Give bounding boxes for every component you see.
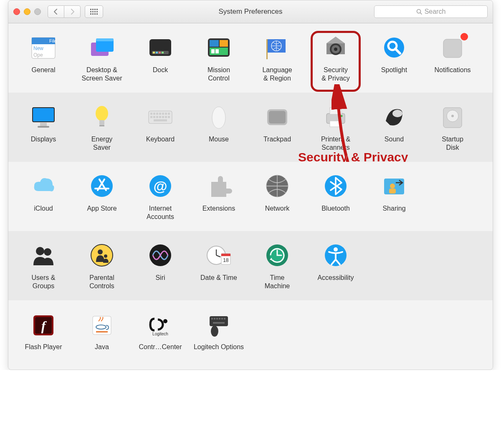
icloud-icon bbox=[30, 174, 57, 200]
svg-rect-9 bbox=[92, 13, 94, 15]
pref-bluetooth[interactable]: Bluetooth bbox=[306, 174, 365, 221]
mission-control-icon bbox=[205, 35, 232, 62]
pref-mouse[interactable]: Mouse bbox=[190, 104, 248, 152]
dock-icon bbox=[147, 35, 174, 62]
pref-label: Mouse bbox=[209, 135, 229, 152]
grid-icon bbox=[90, 9, 98, 15]
svg-rect-3 bbox=[96, 9, 98, 10]
pref-keyboard[interactable]: Keyboard bbox=[131, 104, 190, 152]
logitech-options-icon bbox=[205, 312, 232, 339]
pref-sharing[interactable]: Sharing bbox=[365, 174, 423, 221]
energy-saver-icon bbox=[89, 104, 115, 131]
pref-printers-scanners[interactable]: Printers & Scanners bbox=[306, 104, 365, 152]
pref-spotlight[interactable]: Spotlight bbox=[365, 35, 423, 83]
back-button[interactable] bbox=[48, 5, 64, 18]
pref-parental-controls[interactable]: Parental Controls bbox=[73, 243, 131, 290]
spotlight-icon bbox=[381, 35, 407, 62]
close-window-button[interactable] bbox=[13, 8, 20, 15]
general-icon bbox=[30, 35, 57, 62]
pref-label: Energy Saver bbox=[91, 135, 113, 152]
system-preferences-window: System Preferences Search GeneralDesktop… bbox=[8, 0, 493, 370]
svg-rect-10 bbox=[94, 13, 96, 15]
pref-accessibility[interactable]: Accessibility bbox=[306, 243, 365, 290]
pref-logitech-options[interactable]: Logitech Options bbox=[190, 312, 248, 360]
pref-time-machine[interactable]: Time Machine bbox=[248, 243, 306, 290]
pref-mission-control[interactable]: Mission Control bbox=[190, 35, 248, 83]
svg-rect-1 bbox=[92, 9, 94, 10]
pref-java[interactable]: Java bbox=[73, 312, 131, 360]
pref-label: Startup Disk bbox=[442, 135, 463, 152]
minimize-window-button[interactable] bbox=[24, 8, 30, 15]
pref-row: GeneralDesktop & Screen SaverDockMission… bbox=[8, 23, 493, 93]
chevron-left-icon bbox=[53, 9, 58, 15]
forward-button[interactable] bbox=[64, 5, 81, 18]
pref-row: iCloudApp StoreInternet AccountsExtensio… bbox=[8, 162, 493, 231]
pref-desktop[interactable]: Desktop & Screen Saver bbox=[73, 35, 131, 83]
pref-label: Accessibility bbox=[317, 274, 354, 290]
pref-label: Siri bbox=[155, 274, 165, 290]
pref-label: Flash Player bbox=[25, 343, 62, 360]
pref-energy-saver[interactable]: Energy Saver bbox=[73, 104, 131, 152]
pref-extensions[interactable]: Extensions bbox=[190, 174, 248, 221]
app-store-icon bbox=[89, 174, 115, 200]
pref-label: Extensions bbox=[202, 204, 235, 221]
pref-row: Flash PlayerJavaContr…CenterLogitech Opt… bbox=[8, 300, 493, 370]
network-icon bbox=[264, 174, 291, 200]
pref-flash-player[interactable]: Flash Player bbox=[14, 312, 73, 360]
svg-rect-8 bbox=[90, 13, 91, 15]
pref-displays[interactable]: Displays bbox=[14, 104, 73, 152]
pref-label: Keyboard bbox=[146, 135, 175, 152]
time-machine-icon bbox=[264, 243, 291, 269]
parental-controls-icon bbox=[89, 243, 115, 269]
startup-disk-icon bbox=[439, 104, 466, 131]
svg-rect-11 bbox=[96, 13, 98, 15]
pref-dock[interactable]: Dock bbox=[131, 35, 190, 83]
pref-label: Dock bbox=[153, 66, 168, 83]
pref-row: Users & GroupsParental ControlsSiriDate … bbox=[8, 231, 493, 300]
notification-badge bbox=[461, 33, 468, 40]
pref-label: Desktop & Screen Saver bbox=[82, 66, 122, 83]
pref-label: Sound bbox=[385, 135, 404, 152]
printers-scanners-icon bbox=[322, 104, 349, 131]
pref-general[interactable]: General bbox=[14, 35, 73, 83]
show-all-button[interactable] bbox=[85, 5, 103, 18]
pref-label: Users & Groups bbox=[32, 274, 56, 290]
pref-label: Date & Time bbox=[200, 274, 237, 290]
pref-label: Language & Region bbox=[262, 66, 292, 83]
pref-icloud[interactable]: iCloud bbox=[14, 174, 73, 221]
accessibility-icon bbox=[322, 243, 349, 269]
search-field[interactable]: Search bbox=[374, 5, 488, 18]
pref-network[interactable]: Network bbox=[248, 174, 306, 221]
users-groups-icon bbox=[30, 243, 57, 269]
pref-language-region[interactable]: Language & Region bbox=[248, 35, 306, 83]
zoom-window-button[interactable] bbox=[34, 8, 41, 15]
pref-internet-accounts[interactable]: Internet Accounts bbox=[131, 174, 190, 221]
pref-sound[interactable]: Sound bbox=[365, 104, 423, 152]
chevron-right-icon bbox=[70, 9, 75, 15]
control-center-icon bbox=[147, 312, 174, 339]
pref-app-store[interactable]: App Store bbox=[73, 174, 131, 221]
svg-line-13 bbox=[420, 13, 422, 15]
pref-label: Contr…Center bbox=[139, 343, 182, 360]
pref-label: Printers & Scanners bbox=[321, 135, 350, 152]
siri-icon bbox=[147, 243, 174, 269]
pref-label: Sharing bbox=[382, 204, 405, 221]
pref-notifications[interactable]: Notifications bbox=[423, 35, 482, 83]
pref-siri[interactable]: Siri bbox=[131, 243, 190, 290]
pref-row: DisplaysEnergy SaverKeyboardMouseTrackpa… bbox=[8, 93, 493, 162]
pref-label: Java bbox=[95, 343, 109, 360]
svg-rect-4 bbox=[90, 11, 91, 13]
displays-icon bbox=[30, 104, 57, 131]
pref-startup-disk[interactable]: Startup Disk bbox=[423, 104, 482, 152]
pref-users-groups[interactable]: Users & Groups bbox=[14, 243, 73, 290]
search-icon bbox=[416, 9, 422, 15]
toolbar: System Preferences Search bbox=[8, 0, 493, 23]
internet-accounts-icon bbox=[147, 174, 174, 200]
keyboard-icon bbox=[147, 104, 174, 131]
java-icon bbox=[89, 312, 115, 339]
pref-trackpad[interactable]: Trackpad bbox=[248, 104, 306, 152]
pref-date-time[interactable]: Date & Time bbox=[190, 243, 248, 290]
extensions-icon bbox=[205, 174, 232, 200]
pref-control-center[interactable]: Contr…Center bbox=[131, 312, 190, 360]
pref-security-privacy[interactable]: Security & Privacy bbox=[306, 35, 365, 83]
